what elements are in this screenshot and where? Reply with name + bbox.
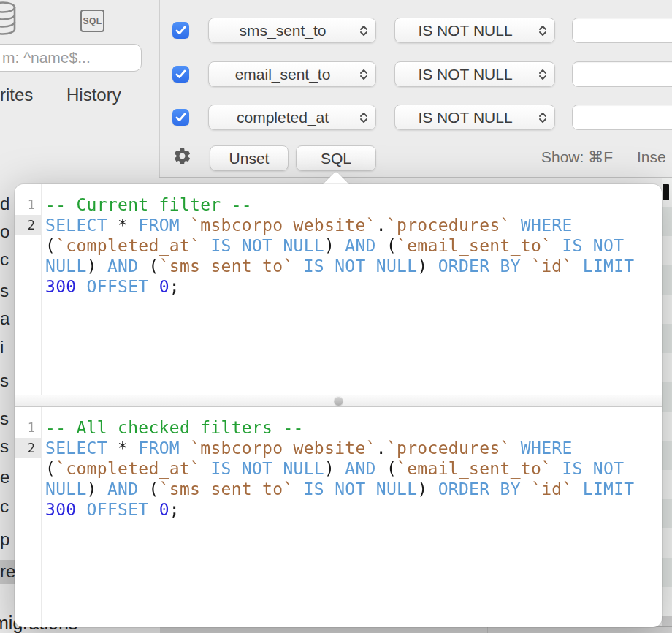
sql-code: -- All checked filters --SELECT * FROM `…	[42, 407, 662, 627]
chevron-updown-icon	[538, 111, 548, 124]
chevron-updown-icon	[538, 68, 548, 81]
filter-value-input-1[interactable]	[572, 18, 672, 43]
sidebar-item-fragment: o	[0, 221, 9, 242]
chevron-updown-icon	[359, 68, 369, 81]
check-icon	[175, 26, 186, 35]
filter-operator-select-3[interactable]: IS NOT NULL	[394, 105, 555, 130]
sql-code: -- Current filter --SELECT * FROM `msbco…	[42, 184, 662, 395]
filter-operator-value: IS NOT NULL	[418, 109, 512, 126]
sidebar-item-fragment: d	[0, 194, 9, 214]
sidebar-item-fragment: re	[0, 561, 15, 582]
chevron-updown-icon	[359, 24, 369, 37]
sidebar-fragment-layer: docsaisssecpre	[0, 0, 15, 633]
sql-preview-popover: 12 -- Current filter --SELECT * FROM `ms…	[15, 184, 662, 627]
chevron-updown-icon	[359, 111, 369, 124]
line-number-gutter: 12	[15, 407, 42, 627]
column-divider	[597, 627, 597, 633]
sidebar-item-fragment: s	[0, 371, 9, 391]
table-rows-background-strip	[662, 178, 672, 618]
sidebar-item-fragment: s	[0, 409, 9, 429]
app-window: SQL rites History sms_sent_to IS NOT NUL…	[0, 0, 672, 633]
filter-checkbox-2[interactable]	[172, 66, 189, 83]
sidebar-item-fragment: c	[0, 249, 9, 270]
splitter-grip-icon[interactable]	[334, 396, 343, 406]
column-divider	[378, 627, 378, 633]
scrollbar-fragment[interactable]	[663, 184, 669, 200]
sidebar-item-fragment: s	[0, 281, 9, 301]
column-divider	[487, 627, 488, 633]
filter-column-value: email_sent_to	[235, 66, 331, 83]
filter-operator-select-1[interactable]: IS NOT NULL	[394, 18, 555, 43]
table-footer-strip	[160, 626, 672, 633]
unset-button[interactable]: Unset	[210, 145, 289, 171]
sql-button[interactable]: SQL	[296, 145, 376, 171]
sidebar-item-fragment: i	[0, 337, 4, 357]
sidebar-item-fragment: s	[0, 436, 9, 457]
chevron-updown-icon	[538, 24, 548, 37]
sidebar-item-fragment: c	[0, 496, 9, 517]
filter-column-select-1[interactable]: sms_sent_to	[208, 18, 376, 43]
filter-column-select-3[interactable]: completed_at	[208, 105, 376, 130]
filter-operator-select-2[interactable]: IS NOT NULL	[394, 61, 555, 87]
show-shortcut-label: Show: ⌘F	[541, 148, 613, 166]
filter-column-select-2[interactable]: email_sent_to	[208, 61, 376, 87]
filter-value-input-3[interactable]	[572, 105, 672, 130]
popover-body: 12 -- Current filter --SELECT * FROM `ms…	[15, 184, 662, 627]
gear-icon[interactable]	[172, 146, 192, 166]
line-number-gutter: 12	[15, 184, 42, 395]
tab-history[interactable]: History	[66, 85, 121, 105]
filter-operator-value: IS NOT NULL	[418, 22, 512, 39]
table-filter-input[interactable]	[0, 44, 142, 72]
sidebar-item-fragment: a	[0, 308, 9, 329]
all-checked-filters-sql-pane[interactable]: 12 -- All checked filters --SELECT * FRO…	[15, 407, 662, 627]
sql-editor-icon[interactable]: SQL	[80, 10, 104, 32]
check-icon	[175, 69, 186, 79]
sidebar-item-fragment: p	[0, 529, 9, 550]
pane-splitter[interactable]	[15, 395, 662, 407]
filter-checkbox-3[interactable]	[172, 109, 189, 126]
check-icon	[175, 113, 186, 122]
sidebar-item-fragment: e	[0, 467, 9, 488]
filter-column-value: sms_sent_to	[239, 22, 326, 39]
filter-panel-bottom-border	[159, 177, 672, 178]
insert-label-truncated: Inse	[637, 148, 666, 166]
current-filter-sql-pane[interactable]: 12 -- Current filter --SELECT * FROM `ms…	[15, 184, 662, 395]
filter-value-input-2[interactable]	[572, 61, 672, 87]
filter-operator-value: IS NOT NULL	[418, 66, 512, 83]
filter-checkbox-1[interactable]	[172, 22, 189, 39]
column-divider	[267, 627, 267, 633]
sql-icon-label: SQL	[83, 16, 102, 26]
sidebar-divider	[159, 0, 160, 178]
filter-column-value: completed_at	[237, 109, 329, 126]
